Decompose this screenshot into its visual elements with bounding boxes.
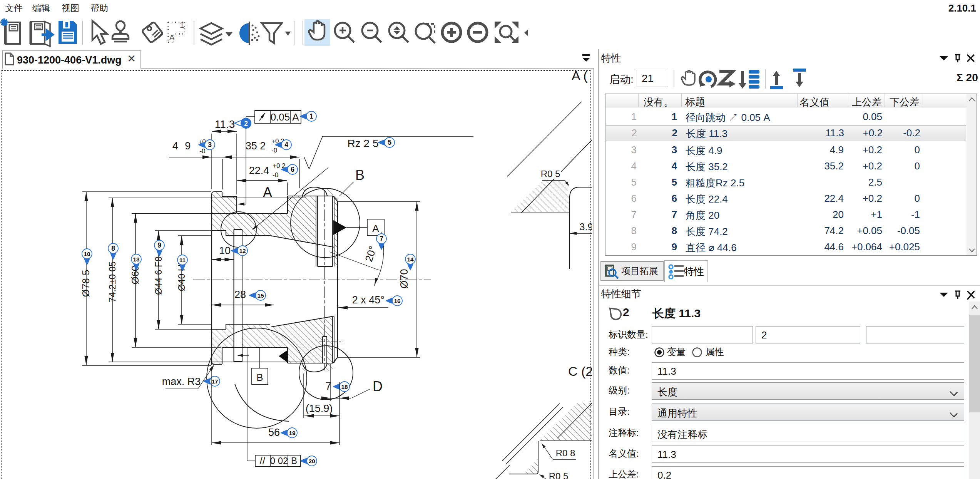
svg-text:D: D [373, 379, 383, 394]
svg-text:B: B [291, 456, 297, 466]
svg-text:2 x 45°: 2 x 45° [352, 294, 385, 306]
svg-text:74.2±0 05: 74.2±0 05 [107, 261, 117, 303]
svg-text:A: A [292, 111, 299, 123]
svg-text:16: 16 [394, 298, 401, 304]
svg-text:R0 8: R0 8 [556, 448, 575, 458]
svg-text:(15.9): (15.9) [306, 403, 333, 414]
svg-text:2: 2 [244, 120, 248, 127]
svg-text:B: B [355, 167, 365, 183]
svg-text:8: 8 [111, 245, 115, 252]
svg-text:A: A [372, 223, 379, 234]
svg-text:20: 20 [308, 458, 315, 464]
svg-text:1: 1 [309, 112, 313, 120]
svg-text:18: 18 [341, 384, 348, 390]
svg-text:7: 7 [325, 380, 331, 392]
svg-text:0 02: 0 02 [270, 456, 288, 466]
svg-text:5: 5 [388, 139, 391, 146]
svg-text:19: 19 [289, 430, 296, 436]
svg-text:-0: -0 [273, 171, 278, 179]
svg-text:Ø70: Ø70 [398, 269, 410, 288]
svg-text:1: 1 [180, 21, 184, 29]
svg-text:6: 6 [291, 166, 294, 173]
svg-text:7: 7 [380, 235, 383, 243]
svg-text:-0: -0 [271, 147, 277, 154]
svg-text:3: 3 [208, 141, 212, 149]
svg-text://: // [260, 455, 266, 466]
svg-text:35 2: 35 2 [246, 140, 266, 152]
svg-text:9: 9 [157, 241, 161, 249]
svg-text:20°: 20° [363, 245, 379, 263]
svg-text:28: 28 [234, 289, 246, 300]
svg-text:4: 4 [284, 141, 288, 149]
svg-text:B: B [256, 372, 263, 383]
svg-text:13: 13 [133, 256, 140, 263]
svg-text:0.05: 0.05 [271, 111, 290, 123]
svg-text:11: 11 [179, 257, 186, 263]
svg-text:A: A [169, 33, 175, 42]
svg-text:max. R3: max. R3 [162, 376, 201, 387]
svg-text:56: 56 [268, 427, 280, 438]
svg-text:15: 15 [257, 292, 264, 299]
svg-text:-0: -0 [199, 147, 205, 155]
svg-text:14: 14 [407, 256, 414, 263]
svg-text:R0 5: R0 5 [549, 471, 569, 479]
svg-text:C (2: C (2 [568, 364, 592, 379]
svg-text:11.3: 11.3 [215, 118, 235, 130]
svg-text:17: 17 [211, 378, 218, 385]
svg-text:A (: A ( [572, 71, 588, 83]
svg-text:10: 10 [84, 251, 90, 257]
svg-text:22.4: 22.4 [249, 165, 269, 176]
svg-text:10: 10 [219, 245, 231, 256]
svg-text:4 9: 4 9 [172, 140, 193, 152]
svg-text:Ø44 6 F8: Ø44 6 F8 [153, 256, 164, 295]
svg-text:Ø78 5: Ø78 5 [80, 270, 92, 297]
svg-text:12: 12 [239, 248, 246, 254]
svg-text:Rz 2 5: Rz 2 5 [348, 137, 379, 149]
svg-text:R0 5: R0 5 [541, 169, 560, 179]
svg-text:3.9: 3.9 [579, 221, 592, 233]
